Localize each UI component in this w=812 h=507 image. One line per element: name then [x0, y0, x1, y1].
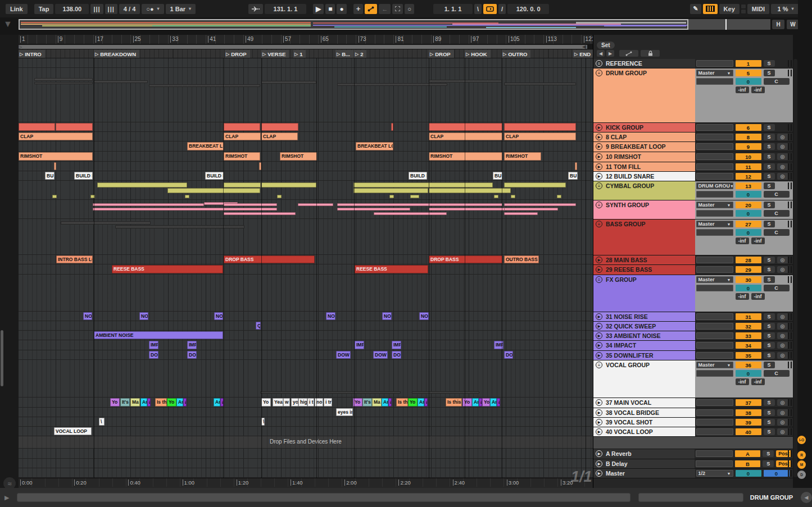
clip[interactable] — [94, 80, 148, 83]
track-name-11-tom-fill[interactable]: ▶11 TOM FILL — [593, 162, 695, 171]
track-input-field[interactable] — [696, 134, 733, 140]
track-activator-number[interactable]: 34 — [736, 342, 761, 349]
clip-an[interactable]: An — [382, 398, 388, 406]
lane-8-clap[interactable]: CLAPCLAPCLAPCLAPCLAP — [19, 132, 593, 141]
track-name-37-main-vocal[interactable]: ▶37 MAIN VOCAL — [593, 398, 695, 408]
clip-yo[interactable]: Yo — [167, 398, 176, 406]
crossfade-button[interactable]: C — [764, 191, 790, 198]
clip-bu[interactable]: BU — [45, 172, 55, 180]
lane-29-reese-bass[interactable]: REESE BASSREESE BASS — [19, 264, 593, 275]
track-header-33-ambient-noise[interactable]: ▶33 AMBIENT NOISE33S◎ — [593, 331, 793, 341]
track-header-39-vocal-shot[interactable]: ▶39 VOCAL SHOT39S◎ — [593, 418, 793, 427]
track-name-kick-group[interactable]: ▶KICK GROUP — [593, 123, 695, 132]
clip-w[interactable]: w — [283, 398, 290, 406]
clip-vocal-loop[interactable]: VOCAL LOOP — [54, 427, 92, 435]
solo-button[interactable]: S — [764, 266, 775, 273]
clip[interactable] — [260, 391, 401, 394]
clip-no[interactable]: NO — [326, 312, 335, 320]
track-activator-number[interactable]: 39 — [736, 419, 761, 426]
track-activator-number[interactable]: 9 — [736, 143, 761, 150]
clip-yo[interactable]: yo — [291, 398, 298, 406]
clip[interactable] — [149, 84, 260, 87]
clip-do[interactable]: DO — [504, 351, 513, 359]
clip-bu[interactable]: BU — [493, 172, 502, 180]
clip-it-s[interactable]: It's — [120, 398, 130, 406]
clip-an[interactable]: An — [140, 398, 147, 406]
scrub-bar[interactable]: ▷ ◀ — [19, 45, 587, 49]
clip-do[interactable]: DO — [187, 351, 197, 359]
output-routing-menu[interactable]: Master▼ — [696, 276, 733, 283]
track-input-field[interactable] — [696, 143, 733, 150]
clip-reese-bass[interactable]: REESE BASS — [112, 265, 223, 273]
status-field-left[interactable] — [17, 493, 630, 502]
arm-button[interactable]: ◎ — [777, 399, 788, 406]
arm-button[interactable]: ◎ — [777, 266, 788, 273]
clip-yo[interactable]: Yo — [482, 398, 490, 406]
track-header-master[interactable]: ▶Master1/2▼00 — [593, 469, 793, 478]
clip-rimshot[interactable]: RIMSHOT — [429, 152, 502, 161]
clip[interactable] — [298, 203, 333, 206]
capture-midi-button[interactable] — [392, 4, 403, 14]
reenable-automation-button[interactable]: ← — [379, 4, 391, 14]
locator-hook[interactable]: ▷HOOK — [465, 50, 491, 58]
clip[interactable] — [353, 188, 428, 193]
lane-34-impact[interactable]: IMPIMPIMPIMPIMP — [19, 340, 593, 350]
clip[interactable] — [261, 81, 316, 84]
scrub-area[interactable]: ▷ ◀ — [19, 44, 593, 49]
track-input-field[interactable] — [696, 60, 733, 67]
follow-button[interactable] — [248, 4, 263, 14]
track-activator-number[interactable]: 5 — [736, 70, 761, 76]
clip[interactable] — [52, 195, 57, 198]
track-input-field[interactable] — [696, 163, 733, 170]
clip[interactable] — [504, 83, 576, 85]
lane-10-rimshot[interactable]: RIMSHOTRIMSHOTRIMSHOTRIMSHOTRIMSHOT — [19, 152, 593, 162]
link-button[interactable]: Link — [6, 4, 28, 14]
clip-a[interactable]: a — [147, 398, 151, 406]
clip-clap[interactable]: CLAP — [504, 133, 576, 140]
locator-row[interactable]: ▷INTRO▷BREAKDOWN▷DROP▷VERSE▷1▷B...▷2▷DRO… — [19, 49, 593, 58]
track-header-9-breakbeat-loop[interactable]: ▶9 BREAKBEAT LOOP9S◎ — [593, 142, 793, 152]
track-activator-number[interactable]: 38 — [736, 409, 761, 416]
pan-box[interactable]: 0 — [736, 210, 761, 217]
clip[interactable] — [429, 182, 493, 188]
clip-no[interactable]: NO — [83, 312, 92, 320]
track-activator-number[interactable]: 36 — [736, 362, 761, 368]
track-name-12-build-snare[interactable]: ▶12 BUILD SNARE — [593, 172, 695, 181]
loop-button[interactable] — [483, 4, 497, 14]
arm-button[interactable]: ◎ — [777, 257, 788, 263]
lane-a-reverb[interactable] — [19, 449, 593, 459]
clip[interactable] — [224, 203, 277, 206]
output-routing-menu[interactable]: Master▼ — [696, 202, 733, 208]
pan-box[interactable]: 0 — [736, 78, 761, 85]
clip-an[interactable]: An — [490, 398, 497, 406]
clip-build-s[interactable]: BUILD S — [74, 172, 93, 180]
clip-yo[interactable]: Yo — [110, 398, 120, 406]
track-activator-number[interactable]: 12 — [736, 173, 761, 180]
track-input-field[interactable] — [696, 285, 733, 291]
clip-dow[interactable]: DOW — [336, 351, 351, 359]
track-activator-number[interactable]: 28 — [736, 257, 761, 263]
clip-is-this[interactable]: Is this — [446, 398, 462, 406]
crossfade-button[interactable]: C — [764, 210, 790, 217]
track-input-field[interactable] — [696, 153, 733, 160]
track-activator-number[interactable]: 10 — [736, 153, 761, 160]
crossfade-button[interactable]: C — [764, 370, 790, 377]
cpu-meter[interactable]: 1 %▾ — [771, 4, 800, 14]
arm-button[interactable]: ◎ — [777, 409, 788, 416]
lane-28-main-bass[interactable]: INTRO BASS LODROP BASSDROP BASSOUTRO BAS… — [19, 255, 593, 264]
track-activator-number[interactable]: 30 — [736, 276, 761, 283]
pan-box[interactable]: 0 — [736, 229, 761, 236]
clip-clap[interactable]: CLAP — [261, 133, 298, 140]
edge-button-m[interactable]: M — [797, 460, 806, 469]
lane-synth-group[interactable] — [19, 200, 593, 219]
pan-box[interactable]: 0 — [736, 285, 761, 291]
arm-button[interactable]: ◎ — [777, 153, 788, 160]
clip[interactable] — [167, 188, 260, 193]
track-input-field[interactable] — [696, 399, 733, 406]
arm-button[interactable]: ◎ — [777, 332, 788, 339]
track-input-field[interactable] — [696, 124, 733, 131]
track-input-field[interactable] — [696, 352, 733, 359]
track-input-field[interactable] — [696, 419, 733, 426]
lane-40-vocal-loop[interactable]: VOCAL LOOP — [19, 427, 593, 436]
track-activator-number[interactable]: A — [735, 450, 761, 457]
